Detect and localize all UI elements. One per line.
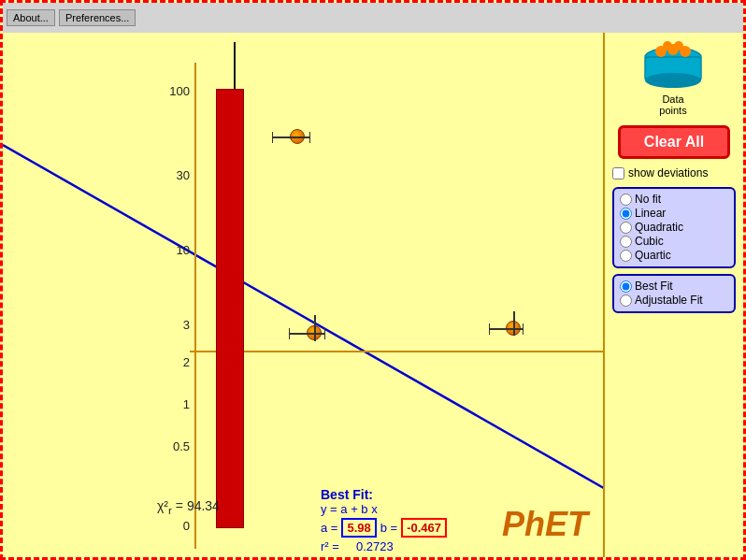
- show-deviations-checkbox[interactable]: [612, 167, 624, 179]
- r2-display: r² = 0.2723: [321, 539, 447, 553]
- y-axis: [194, 63, 196, 549]
- y-label-30: 30: [152, 168, 190, 182]
- show-deviations-label[interactable]: show deviations: [628, 166, 708, 179]
- phet-logo: PhET: [502, 505, 588, 544]
- fit-mode-group: Best Fit Adjustable Fit: [612, 274, 736, 313]
- error-bar-tick-1a: [272, 132, 273, 143]
- data-points-bucket-area: Datapoints: [612, 40, 734, 116]
- error-bar-tick-1b: [309, 132, 310, 143]
- preferences-button[interactable]: Preferences...: [59, 9, 136, 26]
- residual-bar: [216, 89, 244, 528]
- radio-adjustable-fit[interactable]: Adjustable Fit: [620, 294, 728, 307]
- chart-svg: [3, 33, 609, 560]
- a-label: a =: [321, 521, 337, 535]
- radio-cubic[interactable]: Cubic: [620, 235, 728, 248]
- error-bar-h-1: [272, 136, 309, 138]
- svg-point-4: [645, 73, 701, 88]
- radio-linear[interactable]: Linear: [620, 207, 728, 220]
- r2-value: 0.2723: [356, 539, 394, 553]
- plot-area: 100 30 10 3 2 1 0.5 0 χ²r = 94.34 Best F…: [3, 33, 609, 560]
- data-points-label: Datapoints: [612, 93, 734, 116]
- svg-point-9: [674, 41, 683, 50]
- error-bar-tick-2b: [324, 328, 325, 339]
- bestfit-display: Best Fit: y = a + b x a = 5.98 b = -0.46…: [321, 487, 447, 553]
- y-label-0: 0: [152, 519, 190, 533]
- svg-line-0: [3, 145, 609, 491]
- bucket-icon: [640, 40, 706, 92]
- clear-all-button[interactable]: Clear All: [618, 125, 730, 159]
- svg-point-8: [663, 41, 672, 50]
- error-bar-tick-3a: [489, 323, 490, 335]
- y-label-100: 100: [152, 84, 190, 98]
- bestfit-equation: y = a + b x: [321, 502, 447, 516]
- error-bar-tick-2a: [289, 328, 290, 339]
- chi-squared-display: χ²r = 94.34: [157, 498, 220, 516]
- bestfit-values: a = 5.98 b = -0.467: [321, 518, 447, 538]
- radio-best-fit[interactable]: Best Fit: [620, 280, 728, 293]
- y-label-3: 3: [152, 318, 190, 332]
- x-axis: [190, 351, 609, 352]
- error-bar-v-3: [513, 311, 515, 336]
- bestfit-title: Best Fit:: [321, 487, 447, 502]
- y-label-05: 0.5: [152, 439, 190, 453]
- about-button[interactable]: About...: [7, 9, 55, 26]
- top-bar: About... Preferences...: [3, 3, 743, 33]
- b-label: b =: [380, 521, 397, 535]
- fit-type-group: No fit Linear Quadratic Cubic Quartic: [612, 187, 736, 268]
- radio-no-fit[interactable]: No fit: [620, 193, 728, 206]
- b-value: -0.467: [401, 518, 447, 538]
- y-label-1: 1: [152, 397, 190, 411]
- radio-quadratic[interactable]: Quadratic: [620, 221, 728, 234]
- y-label-2: 2: [152, 355, 190, 369]
- error-bar-tick-3b: [523, 323, 524, 335]
- error-bar-h-3: [489, 328, 523, 330]
- chi-squared-label: χ²r =: [157, 498, 187, 513]
- y-label-10: 10: [152, 243, 190, 257]
- show-deviations-row: show deviations: [612, 166, 736, 179]
- r2-label: r² =: [321, 539, 339, 553]
- a-value: 5.98: [341, 518, 376, 538]
- error-bar-h-2: [289, 333, 324, 335]
- chi-squared-value: 94.34: [187, 498, 220, 513]
- error-bar-v-2: [314, 315, 316, 341]
- radio-quartic[interactable]: Quartic: [620, 249, 728, 262]
- right-panel: Datapoints Clear All show deviations No …: [603, 33, 743, 560]
